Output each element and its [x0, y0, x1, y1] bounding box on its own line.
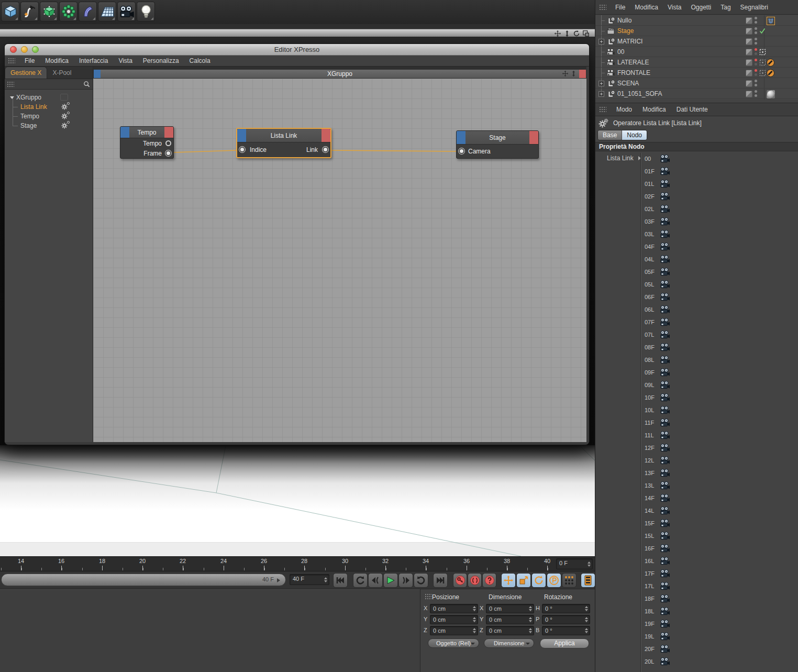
xgroup-thumbnail-icon[interactable] — [60, 94, 68, 101]
disclosure-triangle-icon[interactable] — [10, 96, 14, 99]
camera-link-icon[interactable] — [660, 331, 670, 339]
field-stepper[interactable] — [585, 617, 588, 622]
camera-link-icon[interactable] — [660, 255, 670, 263]
layer-icon[interactable] — [746, 17, 752, 24]
timeline-ruler[interactable]: 14 16 18 20 22 — [0, 556, 595, 571]
camera-link-icon[interactable] — [660, 569, 670, 578]
view-pan-icon[interactable] — [554, 30, 561, 37]
camera-link-icon[interactable] — [660, 532, 670, 540]
camera-link-icon[interactable] — [660, 632, 670, 641]
link-list-item[interactable]: 07L — [641, 329, 798, 341]
layer-icon[interactable] — [746, 59, 752, 66]
camera-link-icon[interactable] — [660, 381, 670, 389]
node-tempo[interactable]: Tempo Tempo Frame — [120, 126, 174, 159]
object-row[interactable]: Nullo — [595, 15, 798, 26]
tree-node-item[interactable]: Tempo — [5, 112, 93, 121]
camera-link-icon[interactable] — [660, 481, 670, 490]
menu-item[interactable]: Modo — [611, 106, 637, 113]
group-output-square[interactable] — [579, 70, 586, 78]
camera-link-icon[interactable] — [660, 230, 670, 238]
node-lista-link[interactable]: Lista Link Indice Link — [236, 128, 331, 158]
menu-item[interactable]: Vista — [663, 4, 686, 11]
camera-link-icon[interactable] — [660, 469, 670, 477]
expand-plus-icon[interactable] — [598, 81, 604, 86]
xpresso-tab[interactable]: X-Pool — [47, 67, 76, 79]
link-list-item[interactable]: 13L — [641, 480, 798, 492]
camera-link-icon[interactable] — [660, 192, 670, 201]
object-row[interactable]: 00 — [595, 47, 798, 57]
port-row-frame[interactable]: Frame — [120, 148, 173, 158]
object-label[interactable]: Stage — [617, 27, 634, 35]
visibility-dots-icon[interactable] — [755, 17, 758, 24]
node-stage-header[interactable]: Stage — [457, 131, 538, 145]
menu-item[interactable]: Calcola — [184, 57, 216, 64]
link-list-item[interactable]: 14L — [641, 505, 798, 517]
camera-link-icon[interactable] — [660, 167, 670, 175]
material-tag-icon[interactable] — [766, 90, 775, 98]
protection-tag-icon[interactable] — [766, 69, 775, 78]
close-icon[interactable] — [10, 46, 17, 53]
expand-plus-icon[interactable] — [598, 91, 604, 97]
add-cube-icon[interactable] — [1, 2, 19, 21]
field-stepper[interactable] — [529, 628, 532, 633]
enabled-check-icon[interactable] — [759, 27, 766, 35]
current-frame-field[interactable]: 0 F — [556, 558, 593, 569]
link-list-item[interactable]: 06L — [641, 304, 798, 316]
window-titlebar[interactable]: Editor XPresso — [5, 44, 589, 56]
node-graph-grid[interactable]: Tempo Tempo Frame — [93, 79, 586, 442]
object-label[interactable]: LATERALE — [617, 59, 649, 66]
go-to-start-button[interactable] — [333, 573, 348, 588]
stage-object-icon[interactable] — [606, 27, 615, 35]
graph-zoom-icon[interactable] — [570, 70, 577, 77]
object-row[interactable]: MATRICI — [595, 36, 798, 47]
field-stepper[interactable] — [473, 606, 476, 611]
previous-key-button[interactable] — [353, 573, 368, 588]
rotation-value-field[interactable]: 0 ° — [542, 615, 590, 624]
object-label[interactable]: 01_1051_SOFA — [617, 90, 662, 97]
target-icon[interactable] — [759, 48, 766, 56]
camera-link-icon[interactable] — [660, 444, 670, 452]
record-question-button[interactable] — [482, 573, 496, 588]
protection-tag-icon[interactable] — [766, 58, 775, 67]
link-list-item[interactable]: 04L — [641, 254, 798, 266]
floor-environment-icon[interactable] — [98, 2, 116, 21]
xpresso-tab[interactable]: Gestione X — [5, 67, 47, 79]
view-rotate-icon[interactable] — [573, 30, 580, 37]
field-stepper[interactable] — [529, 617, 532, 622]
camera-link-icon[interactable] — [660, 607, 670, 615]
visibility-dots-icon[interactable] — [755, 90, 758, 97]
link-list-item[interactable]: 12F — [641, 442, 798, 455]
link-list-item[interactable]: 20L — [641, 656, 798, 668]
link-list-item[interactable]: 11F — [641, 417, 798, 429]
object-row[interactable]: FRONTALE — [595, 68, 798, 78]
link-list-item[interactable]: 01L — [641, 178, 798, 191]
camera-object-icon[interactable] — [606, 58, 615, 67]
end-frame-stepper[interactable] — [324, 577, 327, 582]
camera-link-icon[interactable] — [660, 406, 670, 414]
object-label[interactable]: SCENA — [617, 80, 639, 87]
link-list-item[interactable]: 02L — [641, 203, 798, 216]
subdivision-surface-icon[interactable] — [40, 2, 58, 21]
link-list-item[interactable]: 10F — [641, 392, 798, 404]
xpresso-tag-icon[interactable] — [766, 16, 775, 25]
rotation-value-field[interactable]: 0 ° — [542, 626, 590, 635]
link-list-item[interactable]: 09L — [641, 379, 798, 392]
search-icon[interactable] — [83, 81, 90, 87]
record-key-button[interactable] — [453, 573, 467, 588]
input-port-indice[interactable] — [239, 147, 245, 152]
visibility-dots-icon[interactable] — [755, 38, 758, 45]
end-frame-field[interactable]: 40 F — [290, 574, 329, 585]
menu-item[interactable]: Dati Utente — [671, 106, 713, 113]
layer-icon[interactable] — [746, 70, 752, 76]
node-stage[interactable]: Stage Camera — [456, 130, 539, 159]
dimension-value-field[interactable]: 0 cm — [486, 604, 534, 613]
field-stepper[interactable] — [585, 606, 588, 611]
dimension-value-field[interactable]: 0 cm — [486, 626, 534, 635]
next-key-button[interactable] — [414, 573, 428, 588]
record-options-button[interactable] — [468, 573, 482, 588]
coords-grip-icon[interactable] — [425, 593, 432, 600]
object-row[interactable]: 01_1051_SOFA — [595, 89, 798, 99]
link-list-item[interactable]: 11L — [641, 429, 798, 442]
tree-node-item[interactable]: Stage — [5, 121, 93, 130]
camera-link-icon[interactable] — [660, 180, 670, 188]
